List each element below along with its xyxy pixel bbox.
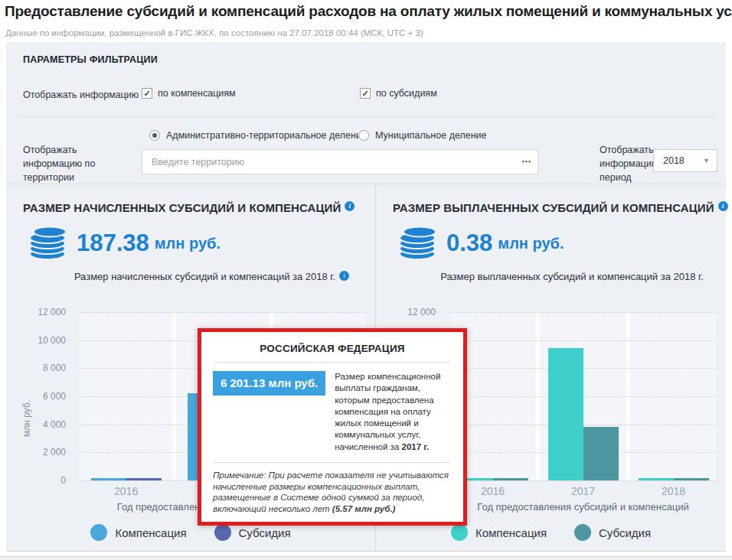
coins-icon	[397, 226, 439, 261]
page-subtitle: Данные по информации, размещенной в ГИС …	[5, 28, 423, 37]
radio-icon	[149, 130, 160, 141]
info-icon[interactable]: i	[718, 201, 728, 211]
bar-subsidy-2016[interactable]	[493, 478, 528, 480]
bar-subsidy-2016[interactable]	[126, 478, 162, 480]
legend-label: Субсидия	[239, 526, 291, 539]
radio-administrative-division[interactable]: Административно-территориальное деление	[149, 129, 367, 142]
filters-header: ПАРАМЕТРЫ ФИЛЬТРАЦИИ	[23, 54, 158, 65]
radio-municipal-division[interactable]: Муниципальное деление	[358, 129, 487, 142]
checkbox-icon: ✓	[360, 88, 371, 99]
legend-dot	[90, 524, 107, 541]
bar-subsidy-2018[interactable]	[674, 478, 709, 480]
checkbox-compensations-label: по компенсациям	[158, 86, 236, 100]
checkbox-icon: ✓	[142, 88, 152, 99]
legend-item-compensation[interactable]: Компенсация	[90, 524, 186, 541]
x-tick-label: 2018	[630, 485, 717, 497]
x-axis-title: Год предоставления субсидий и компенсаци…	[449, 501, 717, 513]
info-icon[interactable]: i	[339, 271, 349, 281]
y-tick-label: 0	[60, 475, 66, 486]
radio-administrative-label: Административно-территориальное деление	[166, 129, 367, 142]
accrued-caption: Размер начисленных субсидий и компенсаци…	[6, 271, 375, 282]
legend-dot	[574, 524, 591, 541]
info-icon[interactable]: i	[345, 201, 355, 211]
y-tick-label: 2 000	[43, 447, 66, 457]
paid-total: 0.38 млн руб.	[397, 226, 564, 261]
chart-legend: КомпенсацияСубсидия	[376, 524, 726, 541]
filters-section: ПАРАМЕТРЫ ФИЛЬТРАЦИИ Отображать информац…	[6, 42, 726, 184]
paid-amount: 0.38	[446, 230, 492, 257]
legend-label: Компенсация	[115, 526, 186, 539]
gridline	[449, 480, 717, 481]
legend-dot	[214, 524, 231, 541]
paid-title: РАЗМЕР ВЫПЛАЧЕННЫХ СУБСИДИЙ И КОМПЕНСАЦИ…	[393, 201, 728, 214]
y-tick-label: 4 000	[43, 419, 66, 430]
territory-label: Отображать информацию по территории	[23, 143, 138, 184]
paid-caption: Размер выплаченных субсидий и компенсаци…	[376, 271, 726, 282]
legend-item-compensation[interactable]: Компенсация	[451, 524, 547, 541]
x-tick-label: 2017	[540, 485, 626, 497]
x-tick-label: 2016	[80, 485, 172, 497]
x-axis: 201620172018	[449, 485, 717, 497]
category-band-2016	[80, 312, 172, 480]
legend-dot	[451, 524, 468, 541]
territory-more-icon[interactable]: ▪▪▪	[521, 156, 531, 167]
chevron-down-icon: ▼	[703, 157, 710, 164]
accrued-unit: млн руб.	[155, 235, 221, 252]
radio-icon	[358, 130, 369, 141]
tooltip-title: РОССИЙСКАЯ ФЕДЕРАЦИЯ	[213, 343, 452, 354]
filters-divider	[17, 116, 715, 117]
checkbox-subsidies[interactable]: ✓ по субсидиям	[360, 86, 437, 100]
y-tick-label: 10 000	[38, 335, 66, 346]
accrued-amount: 187.38	[77, 230, 149, 257]
bar-compensation-2017[interactable]	[548, 348, 583, 480]
period-value: 2018	[663, 155, 685, 166]
tooltip-divider	[214, 462, 450, 463]
y-axis: 12 00010 0008 0006 0004 0002 0000	[6, 312, 74, 480]
bar-subsidy-2017[interactable]	[583, 427, 619, 480]
display-info-label: Отображать информацию	[23, 88, 139, 102]
y-tick-label: 12 000	[38, 307, 66, 317]
tooltip-note: Примечание: При расчете показателя не уч…	[213, 470, 452, 515]
territory-input[interactable]	[142, 149, 538, 174]
accrued-total: 187.38 млн руб.	[28, 226, 221, 261]
tooltip-value-badge: 6 201.13 млн руб.	[213, 371, 325, 396]
plot-area	[449, 312, 717, 480]
bar-compensation-2018[interactable]	[639, 478, 674, 480]
chart-legend: КомпенсацияСубсидия	[6, 524, 375, 541]
category-band-2017	[540, 312, 626, 480]
radio-municipal-label: Муниципальное деление	[375, 129, 487, 142]
checkbox-subsidies-label: по субсидиям	[376, 86, 437, 100]
next-section-edge	[0, 556, 732, 560]
coins-icon	[28, 226, 69, 261]
y-tick-label: 8 000	[43, 363, 66, 373]
legend-item-subsidy[interactable]: Субсидия	[214, 524, 291, 541]
checkbox-compensations[interactable]: ✓ по компенсациям	[142, 86, 236, 100]
tooltip-divider	[214, 362, 450, 363]
legend-item-subsidy[interactable]: Субсидия	[574, 524, 651, 541]
legend-label: Компенсация	[475, 526, 547, 539]
y-tick-label: 12 000	[407, 307, 436, 317]
tooltip-description: Размер компенсационной выплаты гражданам…	[335, 371, 452, 453]
period-select[interactable]: 2018 ▼	[653, 149, 717, 172]
y-tick-label: 6 000	[43, 391, 66, 402]
chart-tooltip-highlighted: РОССИЙСКАЯ ФЕДЕРАЦИЯ 6 201.13 млн руб. Р…	[198, 328, 467, 526]
page-title: Предоставление субсидий и компенсаций ра…	[5, 3, 732, 20]
accrued-title: РАЗМЕР НАЧИСЛЕННЫХ СУБСИДИЙ И КОМПЕНСАЦИ…	[23, 201, 355, 214]
paid-unit: млн руб.	[498, 235, 564, 252]
category-band-2018	[630, 312, 717, 480]
bar-compensation-2016[interactable]	[91, 478, 126, 480]
legend-label: Субсидия	[599, 526, 651, 539]
